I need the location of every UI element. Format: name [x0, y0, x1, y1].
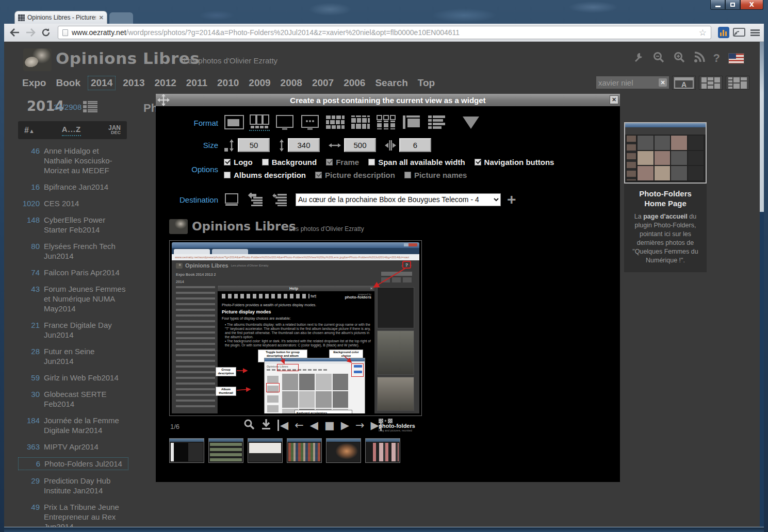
mixed-view-button[interactable]	[699, 76, 723, 90]
checkbox[interactable]	[262, 159, 269, 165]
checkbox[interactable]	[475, 159, 481, 165]
album-card[interactable]: Photo-Folders Home Page La page d'accuei…	[624, 122, 707, 272]
bookmark-star-icon[interactable]: ☆	[699, 27, 707, 38]
menu-icon[interactable]	[750, 29, 760, 36]
format-mosaic-button[interactable]	[325, 114, 346, 131]
option-navigation-buttons[interactable]: Navigation buttons	[475, 158, 554, 167]
nav-item-2013[interactable]: 2013	[120, 76, 147, 90]
nav-item-2014[interactable]: 2014	[88, 76, 116, 90]
cast-icon[interactable]	[733, 28, 745, 37]
album-list-item[interactable]: 16Bpifrance Jan2014	[18, 181, 128, 193]
search-clear-icon[interactable]: ✕	[659, 78, 667, 87]
thumbnail[interactable]	[208, 438, 243, 463]
thumb-size-input[interactable]	[238, 138, 270, 152]
option-background[interactable]: Background	[262, 158, 317, 167]
tools-icon[interactable]	[633, 52, 644, 65]
address-bar[interactable]: www.oezratty.net/wordpress/photos/?g=201…	[58, 26, 711, 39]
date-sort-button[interactable]: JANDEC	[108, 126, 121, 135]
minimize-button[interactable]	[710, 0, 725, 10]
thumbnail[interactable]	[287, 438, 322, 463]
album-list-item[interactable]: 184Journée de la Femme Digitale Mar2014	[18, 414, 128, 436]
preview-prev-icon[interactable]: ◀	[310, 420, 318, 431]
album-list-item[interactable]: 148CyberElles Power Starter Feb2014	[18, 214, 128, 236]
close-button[interactable]: X	[740, 0, 763, 10]
thumbnail[interactable]	[248, 438, 283, 463]
dest-insert-bottom-icon[interactable]	[271, 193, 288, 206]
preview-first-icon[interactable]: ◀	[277, 420, 288, 431]
nav-item-expo[interactable]: Expo	[20, 76, 48, 90]
nav-item-book[interactable]: Book	[53, 76, 83, 90]
preview-prev-group-icon[interactable]: ←	[295, 420, 304, 431]
nav-item-2012[interactable]: 2012	[152, 76, 179, 90]
option-span-width[interactable]: Span all available width	[368, 158, 465, 167]
nav-item-2006[interactable]: 2006	[341, 76, 368, 90]
format-albums-grid-button[interactable]	[375, 114, 396, 131]
album-list-item[interactable]: 46Anne Hidalgo et Nathalie Kosciusko-Mor…	[18, 145, 128, 176]
alpha-sort-button[interactable]: A...Z	[62, 125, 81, 136]
thumbnail[interactable]	[169, 438, 204, 463]
move-icon[interactable]	[157, 93, 170, 107]
thumbnail[interactable]	[326, 438, 361, 463]
album-list-item[interactable]: 28Futur en Seine Jun2014	[18, 345, 128, 367]
album-list-view-icon[interactable]	[83, 101, 98, 115]
dialog-close-icon[interactable]: ✕	[610, 95, 618, 104]
search-input[interactable]	[598, 78, 659, 87]
album-list-item[interactable]: 29Prediction Day Hub Institute Jan2014	[18, 475, 128, 496]
format-screen-button[interactable]	[274, 114, 295, 131]
back-button[interactable]	[8, 26, 22, 39]
format-side-button[interactable]	[401, 114, 421, 131]
add-post-button[interactable]: +	[507, 193, 516, 206]
album-card-thumbnail[interactable]	[624, 122, 707, 184]
album-list-item[interactable]: 30Globecast SERTE Feb2014	[18, 388, 128, 410]
rss-icon[interactable]	[694, 52, 705, 65]
album-list-item[interactable]: 21France Digitale Day Jun2014	[18, 319, 128, 341]
album-list-item[interactable]: 80Elysées French Tech Jun2014	[18, 240, 128, 262]
nav-item-2007[interactable]: 2007	[309, 76, 336, 90]
dialog-titlebar[interactable]: Create a post containing the current vie…	[156, 94, 620, 106]
analytics-extension-icon[interactable]	[718, 27, 729, 38]
scrollbar-thumb[interactable]	[760, 42, 764, 212]
album-list-item[interactable]: 43Forum Jeunes Femmes et Numérique NUMA …	[18, 283, 128, 314]
option-logo[interactable]: Logo	[224, 158, 253, 167]
preview-image[interactable]: www.oezratty.net/wordpress/photos/?g=201…	[169, 240, 422, 416]
help-icon[interactable]: ?	[713, 52, 720, 65]
album-list-item[interactable]: 363MIPTV Apr2014	[18, 441, 128, 453]
album-list-item[interactable]: 59Girlz in Web Feb2014	[18, 372, 128, 384]
preview-zoom-icon[interactable]	[243, 419, 255, 432]
format-mosaic-titles-button[interactable]	[350, 114, 371, 131]
numeric-sort-button[interactable]: #▲	[24, 126, 35, 135]
zoom-in-icon[interactable]	[673, 51, 685, 65]
dest-insert-top-icon[interactable]	[247, 193, 264, 206]
format-list-button[interactable]	[426, 114, 447, 131]
browser-tab[interactable]: Opinions Libres - Pictures ✕	[14, 11, 107, 24]
page-scrollbar[interactable]	[760, 42, 764, 527]
album-list-item[interactable]: 49Prix La Tribune Jeune Entrepreneur au …	[18, 501, 128, 527]
thumbnails-view-button[interactable]	[726, 76, 749, 90]
new-tab-button[interactable]	[109, 12, 133, 24]
format-columns-button[interactable]	[249, 114, 270, 131]
preview-download-icon[interactable]	[261, 419, 271, 432]
spacing-input[interactable]	[399, 138, 431, 152]
preview-play-icon[interactable]: ▶	[341, 420, 349, 431]
destination-select[interactable]: Au cœur de la prochaine Bbox de Bouygues…	[296, 193, 501, 206]
width-input[interactable]	[344, 138, 376, 152]
preview-next-group-icon[interactable]: →	[355, 420, 365, 431]
format-expand-triangle[interactable]	[463, 117, 479, 129]
checkbox[interactable]	[224, 172, 231, 178]
album-list-item[interactable]: 1020CES 2014	[18, 197, 128, 209]
reload-button[interactable]	[39, 26, 53, 39]
checkbox[interactable]	[368, 159, 375, 165]
nav-item-search[interactable]: Search	[372, 76, 410, 90]
nav-item-2008[interactable]: 2008	[278, 76, 305, 90]
thumbnail[interactable]	[365, 438, 400, 463]
nav-item-2011[interactable]: 2011	[184, 76, 210, 90]
format-dots-button[interactable]	[300, 114, 320, 131]
checkbox[interactable]	[224, 159, 231, 165]
preview-stop-icon[interactable]: ■	[324, 420, 335, 431]
dest-widget-icon[interactable]	[224, 193, 239, 206]
nav-item-2009[interactable]: 2009	[246, 76, 273, 90]
height-input[interactable]	[288, 138, 320, 152]
zoom-out-icon[interactable]	[652, 51, 665, 65]
maximize-button[interactable]	[725, 0, 740, 10]
album-list-item-selected[interactable]: 6Photo-Folders Jul2014	[18, 457, 128, 470]
